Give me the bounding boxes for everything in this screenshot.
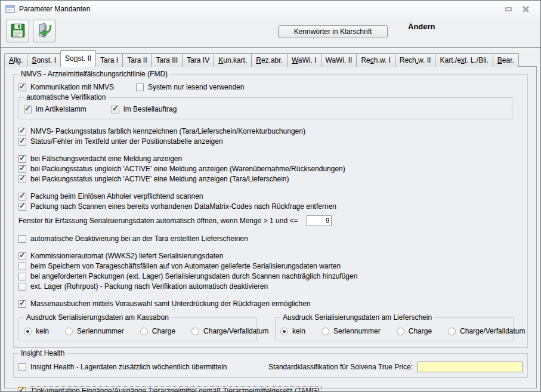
tab-wawi-ii[interactable]: WaWi. II	[321, 53, 357, 67]
passwords-button[interactable]: Kennwörter in Klarschrift	[278, 25, 388, 38]
verification-group: automatische Verifikation ✓im Artikelsta…	[18, 97, 512, 119]
checkbox[interactable]: ✓	[18, 252, 26, 260]
checkbox-label: automatische Deaktivierung bei an der Ta…	[30, 234, 248, 243]
tab-rechw-ii[interactable]: Rech.w. II	[395, 53, 436, 67]
checkbox[interactable]: ✓	[18, 84, 26, 91]
checkbox[interactable]: ✓	[18, 138, 26, 146]
parameter-mandanten-window: Parameter Mandanten Kennwörter in Klarsc…	[0, 0, 541, 392]
checkbox[interactable]	[136, 84, 144, 91]
radio-label: Seriennummer	[77, 327, 124, 336]
fmd-row1: ✓Kommunikation mit NMVSSystem nur lesend…	[18, 82, 523, 92]
checkbox-label: Kommunikation mit NMVS	[30, 83, 114, 92]
radio-option[interactable]: Seriennummer	[321, 327, 381, 336]
tab-allg[interactable]: Allg.	[4, 53, 27, 67]
radio-option[interactable]: Seriennummer	[65, 327, 124, 336]
mode-label: Ändern	[408, 22, 435, 31]
checkbox[interactable]	[18, 263, 26, 270]
checkbox[interactable]: ✓	[18, 128, 26, 135]
checkbox[interactable]: ✓	[18, 175, 26, 183]
checkbox-label: System nur lesend verwenden	[148, 83, 244, 92]
radio-option[interactable]: kein	[24, 327, 49, 336]
fmd-group-title: NMVS - Arzneimittelfälschungsrichtlinie …	[18, 70, 170, 78]
tamg-checkbox-label: Dokumentation Eingänge/Ausgänge Tierarzn…	[30, 386, 321, 392]
exit-button[interactable]	[33, 20, 55, 42]
insight-checkbox[interactable]	[18, 363, 26, 371]
insight-group-title: Insight Health	[18, 349, 67, 357]
verification-group-title: automatische Verifikation	[24, 93, 108, 101]
checkbox[interactable]: ✓	[24, 106, 32, 113]
radio-option[interactable]: Charge	[140, 327, 175, 336]
radio-button[interactable]	[448, 328, 456, 335]
radio-label: Charge/Verfalldatum	[203, 327, 268, 336]
tab-bear[interactable]: Bear.	[493, 53, 519, 67]
checkbox[interactable]	[18, 283, 26, 291]
checkbox[interactable]	[18, 235, 26, 243]
checkbox-row: ✓Packung beim Einlösen Abholer verpflich…	[18, 192, 523, 202]
checkbox-label: bei angeforderten Packungen (ext. Lager)…	[30, 272, 357, 281]
tamg-row: ✓ Dokumentation Eingänge/Ausgänge Tierar…	[18, 385, 528, 392]
tab-sonst-i[interactable]: Sonst. I	[27, 53, 61, 67]
check-icon: ✓	[19, 126, 26, 135]
checkbox[interactable]: ✓	[18, 155, 26, 163]
checkbox-label: bei Fälschungsverdacht eine Meldung anze…	[30, 155, 182, 163]
checkbox-row: ✓bei Fälschungsverdacht eine Meldung anz…	[18, 154, 523, 164]
fmd-options-list: ✓NMVS- Packungsstatus farblich kennzeich…	[18, 126, 523, 309]
radio-button[interactable]	[65, 328, 73, 335]
checkbox-label: Massenausbuchen mittels Vorauswahl samt …	[30, 300, 311, 308]
checkbox[interactable]: ✓	[112, 106, 119, 113]
exit-door-icon	[36, 23, 52, 40]
tab-tara-i[interactable]: Tara I	[95, 53, 123, 67]
radio-option[interactable]: Charge/Verfalldatum	[191, 327, 268, 336]
checkbox-row: beim Speichern von Tarageschäftsfällen a…	[18, 261, 523, 271]
menge-limit-input[interactable]	[307, 215, 332, 226]
radio-group: Ausdruck Serialisierungsdaten am Liefers…	[275, 317, 514, 341]
minimize-button[interactable]	[505, 6, 512, 12]
checkbox-label: NMVS- Packungsstatus farblich kennzeichn…	[30, 127, 305, 136]
tab-rechw-i[interactable]: Rech.w. I	[356, 53, 395, 67]
radio-option[interactable]: Charge	[397, 327, 432, 336]
tab-tara-iv[interactable]: Tara IV	[182, 53, 214, 67]
tab-bar: Allg.Sonst. ISonst. IITara ITara IITara …	[1, 48, 540, 67]
solvena-input[interactable]	[418, 362, 523, 372]
tab-tara-iii[interactable]: Tara III	[151, 53, 183, 67]
close-button[interactable]	[522, 6, 530, 13]
tamg-checkbox[interactable]: ✓	[18, 387, 26, 392]
check-icon: ✓	[19, 136, 26, 145]
save-button[interactable]	[7, 20, 29, 42]
radio-option[interactable]: Charge/Verfalldatum	[448, 327, 525, 336]
radio-button[interactable]	[24, 328, 32, 335]
radio-option[interactable]: kein	[280, 327, 305, 336]
checkbox[interactable]: ✓	[18, 203, 26, 211]
checkbox[interactable]: ✓	[18, 193, 26, 200]
check-icon: ✓	[24, 104, 31, 113]
checkbox-label: im Bestellauftrag	[123, 105, 177, 114]
checkbox-label: bei Packungsstatus ungleich 'ACTIVE' ein…	[30, 165, 345, 174]
radio-label: Charge/Verfalldatum	[460, 327, 525, 336]
checkbox[interactable]: ✓	[18, 165, 26, 173]
tab-sonst-ii[interactable]: Sonst. II	[60, 50, 96, 67]
checkbox-row: ✓NMVS- Packungsstatus farblich kennzeich…	[18, 126, 523, 137]
radio-button[interactable]	[191, 328, 199, 335]
radio-button[interactable]	[321, 328, 329, 335]
checkbox-pair: ✓im Bestellauftrag	[112, 105, 177, 114]
fmd-group: NMVS - Arzneimittelfälschungsrichtlinie …	[13, 74, 528, 348]
radio-button[interactable]	[280, 328, 288, 335]
radio-label: kein	[292, 327, 305, 336]
tab-rez-abr[interactable]: Rez.abr.	[251, 53, 287, 67]
tab-kart-ext[interactable]: Kart./ext. L./Bli.	[435, 53, 493, 67]
checkbox-row: bei angeforderten Packungen (ext. Lager)…	[18, 271, 523, 282]
checkbox-row: ✓Massenausbuchen mittels Vorauswahl samt…	[18, 299, 523, 309]
checkbox-label: Status/Fehler im Textfeld unter der Posi…	[30, 137, 223, 146]
solvena-field-label: Standardklassifikation für Solvena True …	[268, 363, 413, 372]
checkbox-row: ✓Packung nach Scannen eines bereits vorh…	[18, 202, 523, 212]
radio-button[interactable]	[397, 328, 404, 335]
tab-wawi-i[interactable]: WaWi. I	[287, 53, 321, 67]
checkbox[interactable]: ✓	[18, 300, 26, 308]
radio-row: keinSeriennummerChargeCharge/Verfalldatu…	[279, 326, 509, 337]
checkbox[interactable]	[18, 273, 26, 280]
menge-limit-label: Fenster für Erfassung Serialisierungsdat…	[18, 217, 298, 226]
radio-button[interactable]	[140, 328, 148, 335]
tab-kun-kart[interactable]: Kun.kart.	[214, 53, 252, 67]
tab-tara-ii[interactable]: Tara II	[122, 53, 152, 67]
title-bar: Parameter Mandanten	[1, 1, 540, 17]
